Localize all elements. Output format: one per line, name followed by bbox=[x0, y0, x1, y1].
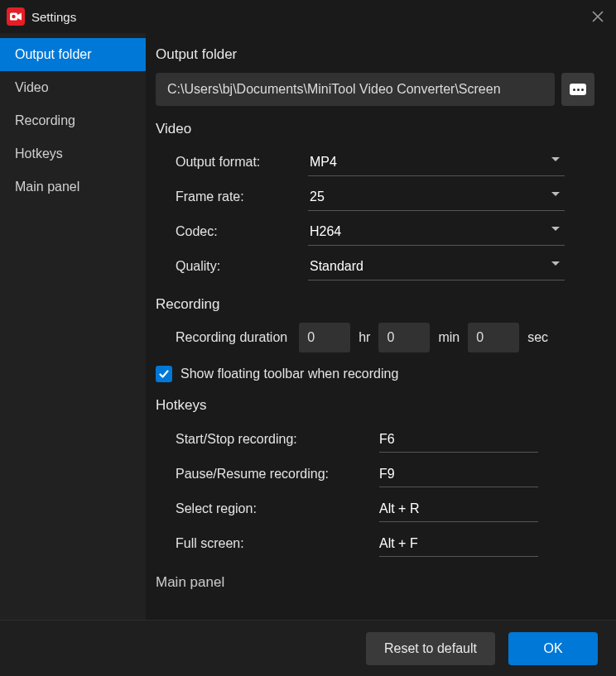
chevron-down-icon bbox=[551, 157, 560, 161]
section-heading-main-panel: Main panel bbox=[156, 574, 594, 591]
sidebar-item-video[interactable]: Video bbox=[0, 71, 146, 104]
output-format-label: Output format: bbox=[176, 155, 308, 170]
sidebar: Output folder Video Recording Hotkeys Ma… bbox=[0, 33, 146, 620]
duration-hours-input[interactable]: 0 bbox=[299, 323, 350, 352]
sidebar-item-hotkeys[interactable]: Hotkeys bbox=[0, 137, 146, 170]
chevron-down-icon bbox=[551, 261, 560, 266]
frame-rate-value: 25 bbox=[310, 189, 325, 204]
duration-hours-unit: hr bbox=[359, 330, 370, 345]
show-floating-toolbar-checkbox[interactable] bbox=[156, 366, 172, 382]
reset-to-default-button[interactable]: Reset to default bbox=[366, 632, 495, 665]
show-floating-toolbar-label: Show floating toolbar when recording bbox=[180, 367, 398, 381]
hotkey-full-screen-field[interactable]: Alt + F bbox=[379, 530, 538, 557]
quality-value: Standard bbox=[310, 259, 363, 274]
codec-value: H264 bbox=[310, 224, 341, 239]
section-heading-video: Video bbox=[156, 121, 594, 137]
hotkey-start-stop-field[interactable]: F6 bbox=[379, 426, 538, 453]
hotkey-full-screen-label: Full screen: bbox=[176, 536, 379, 551]
sidebar-item-label: Main panel bbox=[15, 180, 79, 194]
frame-rate-select[interactable]: 25 bbox=[308, 183, 565, 211]
sidebar-item-label: Hotkeys bbox=[15, 146, 63, 161]
check-icon bbox=[158, 368, 170, 380]
sidebar-item-output-folder[interactable]: Output folder bbox=[0, 38, 146, 71]
svg-point-2 bbox=[12, 15, 15, 18]
settings-window: Settings Output folder Video Recording H… bbox=[0, 0, 616, 676]
duration-seconds-unit: sec bbox=[527, 330, 548, 345]
codec-select[interactable]: H264 bbox=[308, 218, 565, 246]
hotkey-select-region-label: Select region: bbox=[176, 501, 379, 516]
hotkey-start-stop-label: Start/Stop recording: bbox=[176, 432, 379, 447]
duration-seconds-input[interactable]: 0 bbox=[468, 323, 519, 352]
section-heading-recording: Recording bbox=[156, 296, 594, 313]
output-path-text: C:\Users\bj\Documents\MiniTool Video Con… bbox=[167, 82, 501, 97]
duration-minutes-input[interactable]: 0 bbox=[378, 323, 430, 352]
codec-label: Codec: bbox=[176, 224, 308, 239]
output-path-field[interactable]: C:\Users\bj\Documents\MiniTool Video Con… bbox=[156, 73, 555, 106]
browse-button[interactable] bbox=[561, 73, 594, 106]
output-format-select[interactable]: MP4 bbox=[308, 148, 565, 176]
chevron-down-icon bbox=[551, 227, 560, 231]
quality-label: Quality: bbox=[176, 259, 308, 274]
hotkey-pause-resume-field[interactable]: F9 bbox=[379, 461, 538, 487]
sidebar-item-label: Recording bbox=[15, 113, 75, 128]
titlebar: Settings bbox=[0, 0, 616, 33]
hotkey-select-region-field[interactable]: Alt + R bbox=[379, 496, 538, 522]
quality-select[interactable]: Standard bbox=[308, 252, 565, 280]
sidebar-item-main-panel[interactable]: Main panel bbox=[0, 170, 146, 204]
sidebar-item-recording[interactable]: Recording bbox=[0, 104, 146, 137]
sidebar-item-label: Video bbox=[15, 80, 49, 95]
hotkey-pause-resume-label: Pause/Resume recording: bbox=[176, 467, 379, 482]
section-heading-hotkeys: Hotkeys bbox=[156, 397, 594, 414]
output-format-value: MP4 bbox=[310, 155, 337, 170]
ok-button[interactable]: OK bbox=[508, 632, 598, 665]
recording-duration-label: Recording duration bbox=[176, 330, 287, 345]
sidebar-item-label: Output folder bbox=[15, 47, 92, 62]
frame-rate-label: Frame rate: bbox=[176, 189, 308, 204]
section-heading-output-folder: Output folder bbox=[156, 46, 594, 63]
content-area: Output folder C:\Users\bj\Documents\Mini… bbox=[146, 33, 616, 620]
footer: Reset to default OK bbox=[0, 620, 616, 676]
chevron-down-icon bbox=[551, 192, 560, 196]
window-title: Settings bbox=[31, 10, 76, 24]
duration-minutes-unit: min bbox=[438, 330, 460, 345]
app-logo-icon bbox=[7, 7, 25, 26]
ellipsis-icon bbox=[570, 84, 586, 95]
close-button[interactable] bbox=[586, 5, 609, 28]
